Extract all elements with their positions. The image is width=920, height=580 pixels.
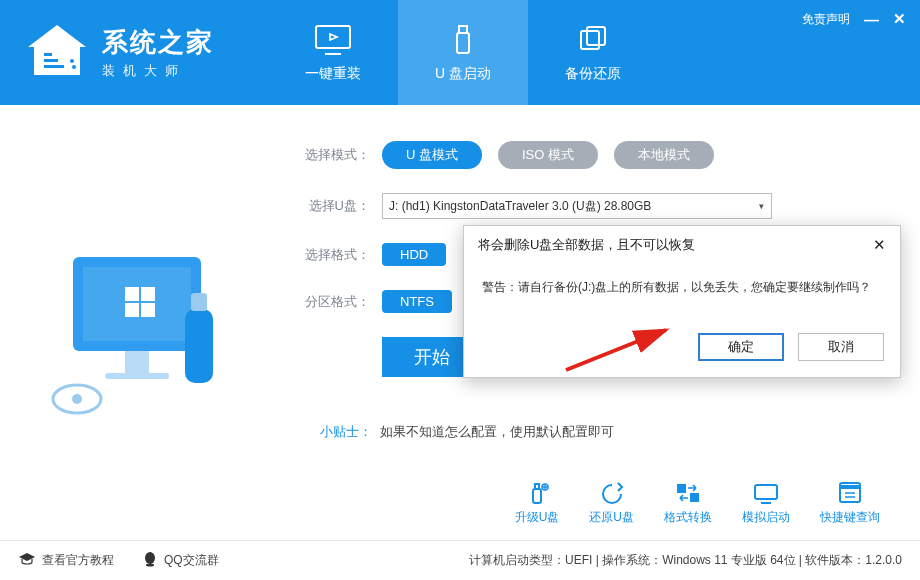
house-logo-icon xyxy=(24,23,90,83)
svg-rect-19 xyxy=(185,309,213,383)
svg-rect-9 xyxy=(581,31,599,49)
svg-rect-24 xyxy=(535,484,539,489)
row-select-usb: 选择U盘： J: (hd1) KingstonDataTraveler 3.0 … xyxy=(290,193,880,219)
svg-rect-26 xyxy=(677,484,686,493)
tab-reinstall[interactable]: 一键重装 xyxy=(268,0,398,105)
partition-btn[interactable]: NTFS xyxy=(382,290,452,313)
row-mode: 选择模式： U 盘模式 ISO 模式 本地模式 xyxy=(290,141,880,169)
dialog-close-icon[interactable]: ✕ xyxy=(873,236,886,254)
tool-restore-usb[interactable]: 还原U盘 xyxy=(589,481,634,526)
dialog-cancel-button[interactable]: 取消 xyxy=(798,333,884,361)
svg-rect-5 xyxy=(316,26,350,48)
svg-rect-23 xyxy=(533,489,541,503)
svg-rect-17 xyxy=(125,351,149,373)
tool-label: 还原U盘 xyxy=(589,509,634,526)
svg-rect-18 xyxy=(105,373,169,379)
tip-line: 小贴士：如果不知道怎么配置，使用默认配置即可 xyxy=(320,423,880,441)
svg-point-22 xyxy=(72,394,82,404)
status-right: 计算机启动类型：UEFI | 操作系统：Windows 11 专业版 64位 |… xyxy=(469,552,902,569)
svg-point-34 xyxy=(145,552,155,564)
status-bar: 查看官方教程 QQ交流群 计算机启动类型：UEFI | 操作系统：Windows… xyxy=(0,540,920,580)
svg-rect-16 xyxy=(141,303,155,317)
tool-hotkey-lookup[interactable]: 快捷键查询 xyxy=(820,481,880,526)
tip-text: 如果不知道怎么配置，使用默认配置即可 xyxy=(380,424,614,439)
svg-rect-14 xyxy=(141,287,155,301)
svg-rect-27 xyxy=(690,493,699,502)
app-subtitle: 装机大师 xyxy=(102,62,214,80)
svg-rect-15 xyxy=(125,303,139,317)
tool-label: 升级U盘 xyxy=(515,509,560,526)
tool-label: 快捷键查询 xyxy=(820,509,880,526)
logo-area: 系统之家 装机大师 xyxy=(0,0,238,105)
usb-select-value: J: (hd1) KingstonDataTraveler 3.0 (U盘) 2… xyxy=(389,198,651,215)
tutorial-link[interactable]: 查看官方教程 xyxy=(18,552,114,569)
dialog-title: 将会删除U盘全部数据，且不可以恢复 xyxy=(478,236,695,254)
row-label: 分区格式： xyxy=(290,293,370,311)
qq-icon xyxy=(142,551,158,570)
tab-label: 一键重装 xyxy=(305,65,361,83)
confirm-dialog: 将会删除U盘全部数据，且不可以恢复 ✕ 警告：请自行备份(J:)盘上的所有数据，… xyxy=(463,225,901,378)
svg-rect-7 xyxy=(457,33,469,53)
tab-label: U 盘启动 xyxy=(435,65,491,83)
svg-rect-1 xyxy=(44,59,58,62)
dialog-ok-button[interactable]: 确定 xyxy=(698,333,784,361)
svg-rect-0 xyxy=(44,53,52,56)
tab-backup-restore[interactable]: 备份还原 xyxy=(528,0,658,105)
tool-format-convert[interactable]: 格式转换 xyxy=(664,481,712,526)
tip-label: 小贴士： xyxy=(320,424,372,439)
row-label: 选择模式： xyxy=(290,146,370,164)
app-title: 系统之家 xyxy=(102,25,214,60)
dialog-body: 警告：请自行备份(J:)盘上的所有数据，以免丢失，您确定要继续制作吗？ xyxy=(464,264,900,323)
close-icon[interactable]: ✕ xyxy=(893,10,906,28)
qq-label: QQ交流群 xyxy=(164,552,219,569)
header-tabs: 一键重装 U 盘启动 备份还原 xyxy=(268,0,658,105)
tab-label: 备份还原 xyxy=(565,65,621,83)
illustration xyxy=(0,105,290,540)
logo-text: 系统之家 装机大师 xyxy=(102,25,214,80)
row-label: 选择格式： xyxy=(290,246,370,264)
qq-link[interactable]: QQ交流群 xyxy=(142,551,219,570)
mode-iso[interactable]: ISO 模式 xyxy=(498,141,598,169)
svg-rect-20 xyxy=(191,293,207,311)
svg-rect-13 xyxy=(125,287,139,301)
row-label: 选择U盘： xyxy=(290,197,370,215)
usb-select[interactable]: J: (hd1) KingstonDataTraveler 3.0 (U盘) 2… xyxy=(382,193,772,219)
tab-usb-boot[interactable]: U 盘启动 xyxy=(398,0,528,105)
svg-point-3 xyxy=(70,59,74,63)
tool-row: 升级U盘 还原U盘 格式转换 模拟启动 快捷键查询 xyxy=(515,481,880,526)
tool-label: 格式转换 xyxy=(664,509,712,526)
svg-rect-10 xyxy=(587,27,605,45)
svg-point-4 xyxy=(72,65,76,69)
tutorial-label: 查看官方教程 xyxy=(42,552,114,569)
window-controls: 免责声明 — ✕ xyxy=(802,10,906,28)
format-btn[interactable]: HDD xyxy=(382,243,446,266)
mode-pills: U 盘模式 ISO 模式 本地模式 xyxy=(382,141,714,169)
mode-local[interactable]: 本地模式 xyxy=(614,141,714,169)
svg-point-35 xyxy=(146,564,154,567)
tool-simulate-boot[interactable]: 模拟启动 xyxy=(742,481,790,526)
minimize-icon[interactable]: — xyxy=(864,11,879,28)
tool-label: 模拟启动 xyxy=(742,509,790,526)
svg-rect-8 xyxy=(459,26,467,33)
svg-rect-2 xyxy=(44,65,64,68)
disclaimer-link[interactable]: 免责声明 xyxy=(802,11,850,28)
header: 系统之家 装机大师 一键重装 U 盘启动 备份还原 免责声明 — ✕ xyxy=(0,0,920,105)
svg-rect-28 xyxy=(755,485,777,499)
tool-upgrade-usb[interactable]: 升级U盘 xyxy=(515,481,560,526)
mode-usb[interactable]: U 盘模式 xyxy=(382,141,482,169)
hat-icon xyxy=(18,552,36,569)
